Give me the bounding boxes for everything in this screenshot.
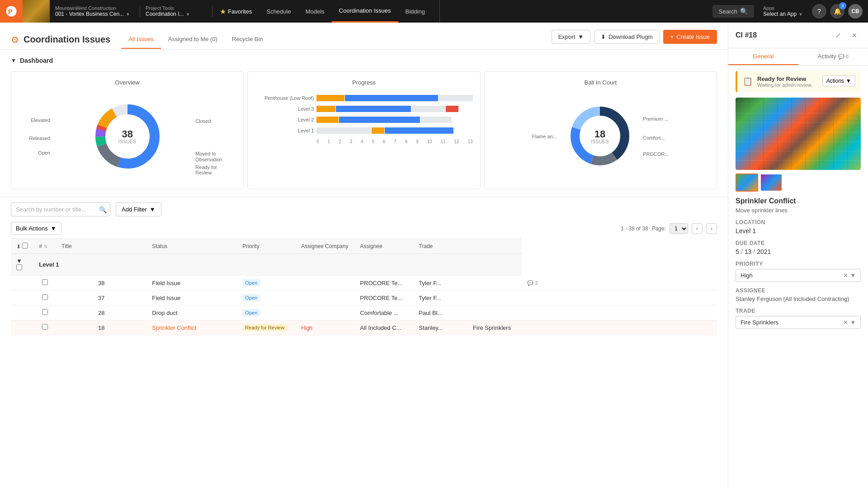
- row-38-expand: [11, 276, 33, 291]
- row-37-checkbox-cell: [33, 291, 56, 305]
- tab-recycle-bin[interactable]: Recycle Bin: [225, 30, 270, 49]
- row-37-priority: [296, 291, 354, 305]
- add-filter-button[interactable]: Add Filter ▼: [116, 202, 161, 216]
- nav-links: Schedule Models Coordination Issues Bidd…: [259, 0, 432, 23]
- top-nav-right: Search 🔍 Apps Select an App ▼ ? 🔔 3 CB: [712, 4, 868, 19]
- expand-panel-button[interactable]: ⤢: [832, 29, 844, 42]
- label-closed: Closed: [195, 118, 236, 124]
- export-button[interactable]: Export ▼: [552, 30, 590, 44]
- page-select[interactable]: 1: [670, 223, 688, 234]
- panel-tab-activity[interactable]: Activity 💬 0: [798, 48, 868, 65]
- panel-tab-general[interactable]: General: [728, 48, 798, 65]
- thumbnail-1[interactable]: [736, 174, 758, 192]
- nav-schedule[interactable]: Schedule: [259, 0, 298, 23]
- row-18-checkbox[interactable]: [42, 324, 48, 330]
- close-panel-button[interactable]: ✕: [848, 29, 861, 42]
- project-selector[interactable]: MountainWest Construction 001 - Vortex B…: [50, 5, 140, 17]
- progress-chart: Progress Penthouse (Low Roof) Level 3: [247, 71, 480, 189]
- tool-selector[interactable]: Project Tools Coordination I... ▼: [140, 5, 212, 17]
- group-level1: ▼ Level 1: [11, 254, 717, 276]
- pagination-prev-button[interactable]: ‹: [692, 223, 703, 234]
- thumbnail-2[interactable]: [760, 174, 783, 192]
- group-checkbox[interactable]: [16, 264, 22, 270]
- bulk-actions-button[interactable]: Bulk Actions ▼: [11, 222, 61, 235]
- company-name: MountainWest Construction: [55, 5, 134, 11]
- th-status[interactable]: Status: [146, 239, 237, 254]
- th-priority[interactable]: Priority: [237, 239, 296, 254]
- row-28-checkbox[interactable]: [42, 309, 48, 315]
- th-trade[interactable]: Trade: [413, 239, 467, 254]
- row-28-num: 28: [56, 305, 146, 320]
- th-assignee[interactable]: Assignee: [354, 239, 413, 254]
- row-37-status: Open: [237, 291, 296, 305]
- row-28-assignee: Paul Bl...: [413, 305, 467, 320]
- row-37-title[interactable]: Field Issue: [146, 291, 237, 305]
- sort-num-icon: ⇅: [44, 244, 47, 249]
- priority-label: Priority: [736, 261, 861, 267]
- table-row: 38 Field Issue Open PROCORE Te... Tyler …: [11, 276, 717, 291]
- nav-models[interactable]: Models: [298, 0, 332, 23]
- create-issue-button[interactable]: + Create Issue: [663, 30, 717, 44]
- th-assignee-company[interactable]: Assignee Company: [296, 239, 354, 254]
- nav-coordination-issues[interactable]: Coordination Issues: [332, 0, 398, 23]
- th-title[interactable]: Title: [56, 239, 146, 254]
- row-37-num: 37: [56, 291, 146, 305]
- nav-bidding[interactable]: Bidding: [398, 0, 432, 23]
- th-number[interactable]: #⇅: [33, 239, 56, 254]
- th-priority-label: Priority: [242, 243, 259, 249]
- priority-clear-icon[interactable]: ✕: [843, 272, 848, 279]
- search-button[interactable]: Search 🔍: [712, 5, 754, 18]
- row-38-company: PROCORE Te...: [354, 276, 413, 291]
- row-38-title[interactable]: Field Issue: [146, 276, 237, 291]
- issue-image[interactable]: [736, 98, 861, 170]
- help-button[interactable]: ?: [812, 4, 826, 19]
- row-38-status: Open: [237, 276, 296, 291]
- th-expand[interactable]: ⬇: [11, 239, 33, 254]
- dashboard-chevron-icon: ▼: [11, 57, 16, 64]
- filters-section: 🔍 Add Filter ▼: [0, 197, 728, 222]
- actions-dropdown-button[interactable]: Actions ▼: [822, 75, 855, 86]
- search-text: Search: [719, 8, 737, 15]
- row-18-title[interactable]: Sprinkler Conflict: [146, 320, 237, 335]
- dashboard-toggle[interactable]: ▼ Dashboard: [11, 57, 717, 64]
- top-navigation: P MountainWest Construction 001 - Vortex…: [0, 0, 868, 23]
- tab-assigned-to-me[interactable]: Assigned to Me (0): [161, 30, 225, 49]
- row-38-checkbox[interactable]: [42, 279, 48, 285]
- overview-title: Overview: [19, 79, 236, 86]
- table-row: 28 Drop duct Open Comfortable ... Paul B…: [11, 305, 717, 320]
- pagination-next-button[interactable]: ›: [706, 223, 717, 234]
- overview-donut-center: 38 ISSUES: [118, 129, 137, 144]
- charts-row: Overview Elevated Released Open: [11, 71, 717, 189]
- panel-thumbnails: [736, 174, 861, 192]
- select-all-checkbox[interactable]: [22, 243, 28, 249]
- trade-chevron-icon: ▼: [850, 319, 856, 326]
- favorites-section: ★ Favorites Schedule Models Coordination…: [212, 0, 440, 23]
- bic-center: 18 ISSUES: [591, 129, 609, 144]
- bulk-actions-label: Bulk Actions: [16, 225, 48, 232]
- row-37-checkbox[interactable]: [42, 294, 48, 300]
- level3-bars: [316, 106, 472, 112]
- row-18-status-badge: Ready for Review: [242, 324, 287, 331]
- priority-select[interactable]: High ✕ ▼: [736, 269, 861, 282]
- tab-all-issues[interactable]: All Issues: [121, 30, 161, 49]
- apps-selector[interactable]: Apps Select an App ▼: [758, 5, 808, 17]
- notifications-button[interactable]: 🔔 3: [830, 4, 844, 19]
- issue-search-input[interactable]: [11, 202, 110, 216]
- download-plugin-button[interactable]: ⬇ Download Plugin: [594, 30, 660, 44]
- bell-icon: 🔔: [834, 8, 841, 15]
- row-37-status-badge: Open: [242, 294, 260, 301]
- trade-clear-icon[interactable]: ✕: [843, 319, 848, 326]
- expand-icon: ⤢: [835, 32, 841, 39]
- procore-logo[interactable]: P: [0, 0, 23, 23]
- dashboard-title: Dashboard: [20, 57, 53, 64]
- user-avatar[interactable]: CB: [848, 4, 863, 19]
- trade-select[interactable]: Fire Sprinklers ✕ ▼: [736, 316, 861, 329]
- page-label: Page:: [652, 225, 666, 232]
- row-28-expand: [11, 305, 33, 320]
- level2-label: Level 2: [255, 117, 314, 122]
- group-expand[interactable]: ▼: [11, 254, 33, 276]
- row-28-title[interactable]: Drop duct: [146, 305, 237, 320]
- th-actions: [467, 239, 522, 254]
- search-input-icon: 🔍: [99, 206, 107, 213]
- bic-label-comfort: Comfort...: [643, 135, 669, 141]
